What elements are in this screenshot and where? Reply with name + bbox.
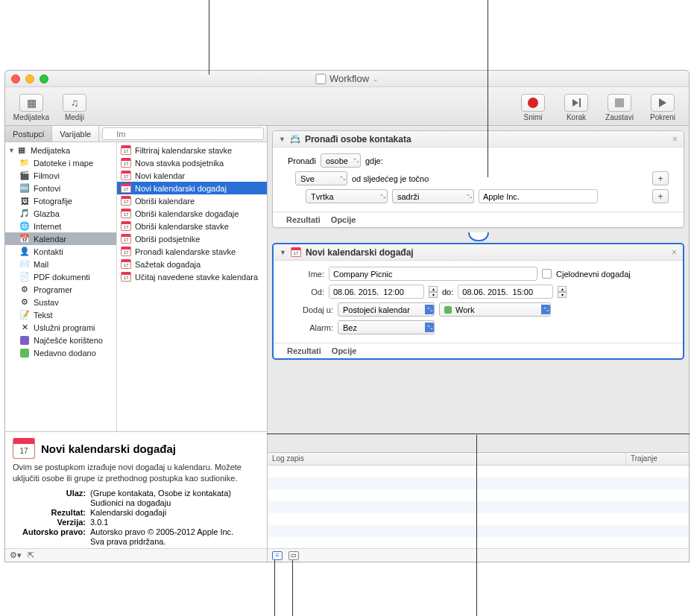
action-item[interactable]: 17Učitaj navedene stavke kalendara [117, 270, 267, 283]
options-tab[interactable]: Opcije [332, 346, 357, 355]
action-item[interactable]: 17Novi kalendar [117, 169, 267, 182]
close-icon[interactable]: × [672, 247, 677, 258]
record-icon [528, 98, 538, 108]
smart-folder[interactable]: Nedavno dodano [5, 346, 116, 359]
library-tabbar: Postupci Varijable 🔍 [5, 126, 267, 142]
workflow-area[interactable]: ▼ 📇 Pronađi osobe kontakata × Pronađi os… [268, 126, 689, 452]
category-item[interactable]: ⚙Sustav [5, 296, 116, 308]
from-stepper[interactable]: ▴▾ [429, 286, 438, 298]
to-label: do: [442, 288, 453, 296]
category-icon: ⚙ [19, 297, 31, 308]
add-condition-button[interactable]: + [652, 171, 669, 185]
close-icon[interactable]: × [672, 134, 678, 145]
condition-all-select[interactable]: Sve [295, 171, 347, 185]
to-stepper[interactable]: ▴▾ [558, 286, 567, 298]
category-item[interactable]: 👤Kontakti [5, 245, 116, 258]
from-label: Od: [288, 288, 324, 296]
results-tab[interactable]: Rezultati [286, 215, 321, 224]
action-item[interactable]: 17Nova stavka podsjetnika [117, 156, 267, 169]
smart-folder[interactable]: Najčešće korišteno [5, 334, 116, 346]
log-view-icon[interactable]: ≡ [272, 551, 283, 560]
to-date-input[interactable] [458, 285, 553, 299]
category-item[interactable]: 📅Kalendar [5, 232, 116, 245]
action-item[interactable]: 17Obriši podsjetnike [117, 232, 267, 245]
category-item[interactable]: 📝Tekst [5, 308, 116, 321]
value-input[interactable] [479, 189, 598, 203]
category-icon: 📄 [19, 272, 31, 282]
category-icon: ⚙ [19, 285, 31, 295]
field-select[interactable]: Tvrtka [306, 189, 388, 203]
stop-button[interactable]: Zaustavi [599, 94, 640, 121]
category-item[interactable]: 🖼Fotografije [5, 194, 116, 207]
action-item[interactable]: 17Filtriraj kalendarske stavke [117, 144, 267, 156]
category-icon: 🎬 [19, 171, 31, 181]
step-button[interactable]: Korak [556, 94, 596, 121]
chevron-down-icon[interactable]: ⌄ [373, 75, 379, 83]
action-item[interactable]: 17Pronađi kalendarske stavke [117, 245, 267, 258]
category-item[interactable]: ✕Uslužni programi [5, 321, 116, 334]
info-panel: 17 Novi kalendarski događaj Ovim se post… [5, 431, 267, 562]
results-tab[interactable]: Rezultati [287, 346, 321, 355]
action-find-contacts[interactable]: ▼ 📇 Pronađi osobe kontakata × Pronađi os… [272, 130, 684, 228]
log-footer: ≡ ▭ [268, 548, 689, 562]
close-window-button[interactable] [11, 74, 20, 83]
guide-line [267, 434, 690, 434]
calendar-mode-select[interactable]: Postojeći kalendar [338, 302, 435, 317]
category-item[interactable]: 📄PDF dokumenti [5, 270, 116, 283]
log-alt-view-icon[interactable]: ▭ [288, 551, 299, 560]
from-date-input[interactable] [329, 285, 424, 299]
disclosure-icon[interactable]: ▼ [279, 136, 286, 143]
calendar-icon: 17 [120, 196, 132, 206]
options-tab[interactable]: Opcije [331, 215, 356, 224]
action-item[interactable]: 17Obriši kalendarske stavke [117, 220, 267, 232]
tab-postupci[interactable]: Postupci [5, 126, 52, 142]
action-item[interactable]: 17Sažetak događaja [117, 258, 267, 270]
calendar-icon: 17 [120, 247, 132, 257]
allday-checkbox[interactable] [542, 269, 552, 279]
log-area: Log zapis Trajanje ≡ ▭ [268, 452, 689, 562]
run-button[interactable]: Pokreni [643, 94, 683, 121]
category-icon: 👤 [19, 247, 31, 257]
window-title-text: Workflow [329, 73, 369, 84]
minimize-window-button[interactable] [25, 74, 34, 83]
library-root[interactable]: ▼ ▦ Medijateka [5, 144, 116, 156]
disclosure-icon[interactable]: ▼ [280, 249, 286, 256]
action-item[interactable]: 17Novi kalendarski događaj [117, 182, 267, 194]
category-item[interactable]: 📁Datoteke i mape [5, 156, 116, 169]
search-input[interactable] [102, 127, 264, 140]
category-item[interactable]: 🎬Filmovi [5, 169, 116, 182]
expand-icon[interactable]: ⇱ [28, 550, 34, 560]
event-name-input[interactable] [329, 267, 537, 281]
category-item[interactable]: ✉️Mail [5, 258, 116, 270]
category-item[interactable]: 🎵Glazba [5, 207, 116, 220]
record-button[interactable]: Snimi [513, 94, 553, 121]
library-button[interactable]: ▦ Medijateka [11, 94, 51, 121]
action-item[interactable]: 17Obriši kalendarske događaje [117, 207, 267, 220]
guide-line [292, 560, 293, 616]
action-new-calendar-event[interactable]: ▼ 17 Novi kalendarski događaj × Ime: Cje… [272, 243, 684, 360]
action-list[interactable]: 17Filtriraj kalendarske stavke17Nova sta… [117, 142, 267, 431]
info-description: Ovim se postupkom izrađuje novi događaj … [13, 462, 259, 484]
media-button[interactable]: ♫ Mediji [54, 94, 95, 121]
calendar-icon: 17 [120, 272, 132, 282]
duration-col-header[interactable]: Trajanje [626, 453, 689, 465]
alarm-select[interactable]: Bez [338, 320, 435, 334]
category-item[interactable]: 🔤Fontovi [5, 182, 116, 194]
calendar-icon: 17 [120, 158, 132, 168]
find-label: Pronađi [288, 156, 316, 165]
tab-varijable[interactable]: Varijable [52, 126, 99, 142]
gear-icon[interactable]: ⚙︎▾ [10, 550, 22, 560]
library-icon: ▦ [19, 94, 43, 112]
find-select[interactable]: osobe [321, 153, 361, 168]
calendar-select[interactable]: Work [439, 302, 551, 317]
category-list[interactable]: ▼ ▦ Medijateka 📁Datoteke i mape🎬Filmovi🔤… [5, 142, 117, 431]
action-item[interactable]: 17Obriši kalendare [117, 194, 267, 207]
operator-select[interactable]: sadrži [392, 189, 474, 203]
window-title: Workflow ⌄ [315, 73, 379, 84]
calendar-icon: 17 [120, 145, 132, 156]
category-item[interactable]: ⚙Programer [5, 283, 116, 296]
log-col-header[interactable]: Log zapis [268, 453, 626, 465]
category-item[interactable]: 🌐Internet [5, 220, 116, 232]
add-row-button[interactable]: + [652, 189, 669, 203]
zoom-window-button[interactable] [40, 74, 48, 83]
